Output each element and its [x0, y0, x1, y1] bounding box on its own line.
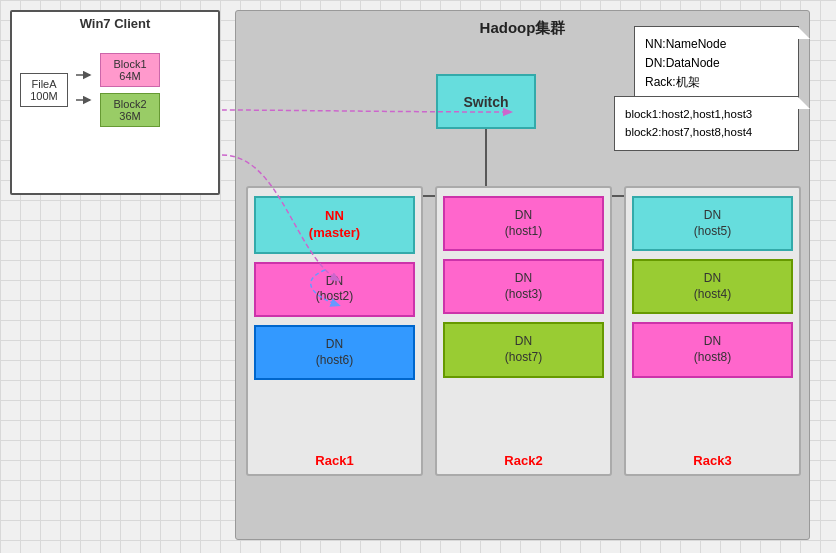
- rack1-dn6-line1: DN: [260, 337, 409, 353]
- rack2-dn1-line1: DN: [449, 208, 598, 224]
- rack2-node-host3: DN (host3): [443, 259, 604, 314]
- rack3-dn4-line2: (host4): [638, 287, 787, 303]
- rack2-label: Rack2: [437, 453, 610, 468]
- rack2-node-host1: DN (host1): [443, 196, 604, 251]
- rack2-dn7-line2: (host7): [449, 350, 598, 366]
- rack2-dn1-line2: (host1): [449, 224, 598, 240]
- rack1-node-nn: NN (master): [254, 196, 415, 254]
- filea-arrow: [74, 60, 94, 120]
- win7-inner: FileA 100M Block1 64M Block2 3: [12, 43, 218, 137]
- rack1-nn-line2: (master): [260, 225, 409, 242]
- block2-size: 36M: [111, 110, 149, 122]
- rack1-dn2-line1: DN: [260, 274, 409, 290]
- rack3-node-host8: DN (host8): [632, 322, 793, 377]
- rack2-dn3-line2: (host3): [449, 287, 598, 303]
- legend-block-line2: block2:host7,host8,host4: [625, 123, 788, 141]
- rack3: DN (host5) DN (host4) DN (host8) Rack3: [624, 186, 801, 476]
- block1-label: Block1: [111, 58, 149, 70]
- legend-nn-box: NN:NameNode DN:DataNode Rack:机架: [634, 26, 799, 102]
- rack2-dn7-line1: DN: [449, 334, 598, 350]
- block2-label: Block2: [111, 98, 149, 110]
- blocks-column: Block1 64M Block2 36M: [100, 53, 160, 127]
- legend-nn-line2: DN:DataNode: [645, 54, 788, 73]
- rack1: NN (master) DN (host2) DN (host6) Rack1: [246, 186, 423, 476]
- rack1-node-host2: DN (host2): [254, 262, 415, 317]
- rack2: DN (host1) DN (host3) DN (host7) Rack2: [435, 186, 612, 476]
- block1-box: Block1 64M: [100, 53, 160, 87]
- rack1-label: Rack1: [248, 453, 421, 468]
- filea-size: 100M: [27, 90, 61, 102]
- legend-nn-line3: Rack:机架: [645, 73, 788, 92]
- rack3-dn8-line1: DN: [638, 334, 787, 350]
- rack3-dn8-line2: (host8): [638, 350, 787, 366]
- rack2-dn3-line1: DN: [449, 271, 598, 287]
- legend-nn-line1: NN:NameNode: [645, 35, 788, 54]
- rack3-dn4-line1: DN: [638, 271, 787, 287]
- switch-label: Switch: [463, 94, 508, 110]
- hadoop-cluster-box: Hadoop集群 Switch NN (master): [235, 10, 810, 540]
- rack3-dn5-line1: DN: [638, 208, 787, 224]
- switch-box: Switch: [436, 74, 536, 129]
- rack2-node-host7: DN (host7): [443, 322, 604, 377]
- rack3-label: Rack3: [626, 453, 799, 468]
- rack3-node-host4: DN (host4): [632, 259, 793, 314]
- legend-block-line1: block1:host2,host1,host3: [625, 105, 788, 123]
- racks-row: NN (master) DN (host2) DN (host6) Rack1 …: [246, 186, 801, 476]
- win7-client-title: Win7 Client: [12, 12, 218, 33]
- rack1-node-host6: DN (host6): [254, 325, 415, 380]
- rack3-node-host5: DN (host5): [632, 196, 793, 251]
- filea-box: FileA 100M: [20, 73, 68, 107]
- win7-client-box: Win7 Client FileA 100M Block1 64M: [10, 10, 220, 195]
- rack1-dn2-line2: (host2): [260, 289, 409, 305]
- rack1-nn-line1: NN: [260, 208, 409, 225]
- legend-block-box: block1:host2,host1,host3 block2:host7,ho…: [614, 96, 799, 151]
- filea-label: FileA: [27, 78, 61, 90]
- block2-box: Block2 36M: [100, 93, 160, 127]
- block1-size: 64M: [111, 70, 149, 82]
- rack3-dn5-line2: (host5): [638, 224, 787, 240]
- rack1-dn6-line2: (host6): [260, 353, 409, 369]
